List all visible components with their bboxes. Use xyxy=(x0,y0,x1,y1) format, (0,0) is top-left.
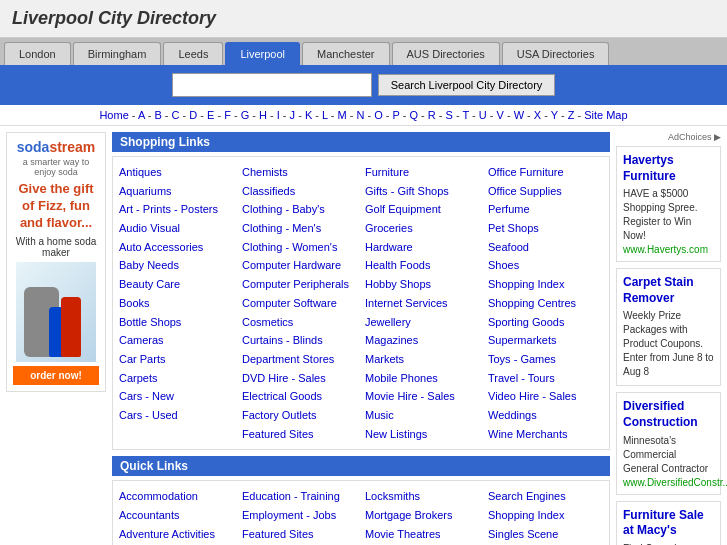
link-mortgage-brokers[interactable]: Mortgage Brokers xyxy=(365,506,480,525)
link-adventure-activities[interactable]: Adventure Activities xyxy=(119,525,234,544)
link-travel-tours[interactable]: Travel - Tours xyxy=(488,369,603,388)
link-movie-theatres[interactable]: Movie Theatres xyxy=(365,525,480,544)
link-locksmiths[interactable]: Locksmiths xyxy=(365,487,480,506)
tab-manchester[interactable]: Manchester xyxy=(302,42,389,65)
link-markets[interactable]: Markets xyxy=(365,350,480,369)
link-groceries[interactable]: Groceries xyxy=(365,219,480,238)
link-clothing-baby[interactable]: Clothing - Baby's xyxy=(242,200,357,219)
link-chemists[interactable]: Chemists xyxy=(242,163,357,182)
link-cosmetics[interactable]: Cosmetics xyxy=(242,313,357,332)
link-electrical-goods[interactable]: Electrical Goods xyxy=(242,387,357,406)
link-auto-accessories[interactable]: Auto Accessories xyxy=(119,238,234,257)
ad-diversified-body: Minnesota's Commercial General Contracto… xyxy=(623,434,714,476)
link-health-foods[interactable]: Health Foods xyxy=(365,256,480,275)
link-seafood[interactable]: Seafood xyxy=(488,238,603,257)
link-shopping-index2[interactable]: Shopping Index xyxy=(488,506,603,525)
link-toys-games[interactable]: Toys - Games xyxy=(488,350,603,369)
link-office-supplies[interactable]: Office Supplies xyxy=(488,182,603,201)
link-search-engines[interactable]: Search Engines xyxy=(488,487,603,506)
quick-col2: Education - Training Employment - Jobs F… xyxy=(242,487,357,545)
sodastream-tagline: a smarter way to enjoy soda xyxy=(13,157,99,177)
link-hobby-shops[interactable]: Hobby Shops xyxy=(365,275,480,294)
link-dvd-hire[interactable]: DVD Hire - Sales xyxy=(242,369,357,388)
link-wine-merchants[interactable]: Wine Merchants xyxy=(488,425,603,444)
link-carpets[interactable]: Carpets xyxy=(119,369,234,388)
link-employment-jobs[interactable]: Employment - Jobs xyxy=(242,506,357,525)
link-clothing-men[interactable]: Clothing - Men's xyxy=(242,219,357,238)
ad-furniture-sale-title[interactable]: Furniture Sale at Macy's xyxy=(623,508,714,539)
link-classifieds[interactable]: Classifieds xyxy=(242,182,357,201)
quick-col3: Locksmiths Mortgage Brokers Movie Theatr… xyxy=(365,487,480,545)
link-supermarkets[interactable]: Supermarkets xyxy=(488,331,603,350)
ad-furniture-sale: Furniture Sale at Macy's Find Casual, Mo… xyxy=(616,501,721,545)
link-cars-used[interactable]: Cars - Used xyxy=(119,406,234,425)
link-jewellery[interactable]: Jewellery xyxy=(365,313,480,332)
tab-birmingham[interactable]: Birmingham xyxy=(73,42,162,65)
ad-carpet-stain-body: Weekly Prize Packages with Product Coupo… xyxy=(623,309,714,379)
ad-diversified-link[interactable]: www.DiversifiedConstr... xyxy=(623,477,727,488)
tab-liverpool[interactable]: Liverpool xyxy=(225,42,300,65)
sodastream-order-button[interactable]: order now! xyxy=(13,366,99,385)
link-factory-outlets[interactable]: Factory Outlets xyxy=(242,406,357,425)
link-shopping-index[interactable]: Shopping Index xyxy=(488,275,603,294)
link-music[interactable]: Music xyxy=(365,406,480,425)
link-perfume[interactable]: Perfume xyxy=(488,200,603,219)
link-video-hire[interactable]: Video Hire - Sales xyxy=(488,387,603,406)
link-weddings[interactable]: Weddings xyxy=(488,406,603,425)
search-input[interactable] xyxy=(172,73,372,97)
ad-choices-label: AdChoices ▶ xyxy=(616,132,721,142)
tab-aus[interactable]: AUS Directories xyxy=(392,42,500,65)
link-movie-hire[interactable]: Movie Hire - Sales xyxy=(365,387,480,406)
ad-havertys-link[interactable]: www.Havertys.com xyxy=(623,244,708,255)
link-featured-sites2[interactable]: Featured Sites xyxy=(242,525,357,544)
link-hardware[interactable]: Hardware xyxy=(365,238,480,257)
link-gifts[interactable]: Gifts - Gift Shops xyxy=(365,182,480,201)
ad-carpet-stain-title[interactable]: Carpet Stain Remover xyxy=(623,275,714,306)
link-computer-hardware[interactable]: Computer Hardware xyxy=(242,256,357,275)
link-accommodation[interactable]: Accommodation xyxy=(119,487,234,506)
link-mobile-phones[interactable]: Mobile Phones xyxy=(365,369,480,388)
link-new-listings[interactable]: New Listings xyxy=(365,425,480,444)
breadcrumb-home[interactable]: Home xyxy=(99,109,128,121)
shopping-col3: Furniture Gifts - Gift Shops Golf Equipm… xyxy=(365,163,480,443)
link-sporting-goods[interactable]: Sporting Goods xyxy=(488,313,603,332)
link-beauty-care[interactable]: Beauty Care xyxy=(119,275,234,294)
shopping-col1: Antiques Aquariums Art - Prints - Poster… xyxy=(119,163,234,443)
shopping-links-grid: Antiques Aquariums Art - Prints - Poster… xyxy=(119,163,603,443)
link-accountants[interactable]: Accountants xyxy=(119,506,234,525)
link-car-parts[interactable]: Car Parts xyxy=(119,350,234,369)
link-internet-services[interactable]: Internet Services xyxy=(365,294,480,313)
link-shoes[interactable]: Shoes xyxy=(488,256,603,275)
search-button[interactable]: Search Liverpool City Directory xyxy=(378,74,556,96)
tab-leeds[interactable]: Leeds xyxy=(163,42,223,65)
link-computer-peripherals[interactable]: Computer Peripherals xyxy=(242,275,357,294)
link-education-training[interactable]: Education - Training xyxy=(242,487,357,506)
ad-havertys-title[interactable]: Havertys Furniture xyxy=(623,153,714,184)
link-magazines[interactable]: Magazines xyxy=(365,331,480,350)
ad-diversified-title[interactable]: Diversified Construction xyxy=(623,399,714,430)
main-content: sodastream a smarter way to enjoy soda G… xyxy=(0,126,727,545)
link-antiques[interactable]: Antiques xyxy=(119,163,234,182)
link-computer-software[interactable]: Computer Software xyxy=(242,294,357,313)
link-art-prints[interactable]: Art - Prints - Posters xyxy=(119,200,234,219)
link-aquariums[interactable]: Aquariums xyxy=(119,182,234,201)
link-books[interactable]: Books xyxy=(119,294,234,313)
quick-links-grid: Accommodation Accountants Adventure Acti… xyxy=(119,487,603,545)
link-cars-new[interactable]: Cars - New xyxy=(119,387,234,406)
link-shopping-centres[interactable]: Shopping Centres xyxy=(488,294,603,313)
link-bottle-shops[interactable]: Bottle Shops xyxy=(119,313,234,332)
link-golf-equipment[interactable]: Golf Equipment xyxy=(365,200,480,219)
link-department-stores[interactable]: Department Stores xyxy=(242,350,357,369)
link-audio-visual[interactable]: Audio Visual xyxy=(119,219,234,238)
tab-usa[interactable]: USA Directories xyxy=(502,42,610,65)
tab-london[interactable]: London xyxy=(4,42,71,65)
link-singles-scene[interactable]: Singles Scene xyxy=(488,525,603,544)
link-featured-sites[interactable]: Featured Sites xyxy=(242,425,357,444)
link-clothing-women[interactable]: Clothing - Women's xyxy=(242,238,357,257)
link-baby-needs[interactable]: Baby Needs xyxy=(119,256,234,275)
link-curtains-blinds[interactable]: Curtains - Blinds xyxy=(242,331,357,350)
link-pet-shops[interactable]: Pet Shops xyxy=(488,219,603,238)
link-cameras[interactable]: Cameras xyxy=(119,331,234,350)
link-furniture[interactable]: Furniture xyxy=(365,163,480,182)
link-office-furniture[interactable]: Office Furniture xyxy=(488,163,603,182)
